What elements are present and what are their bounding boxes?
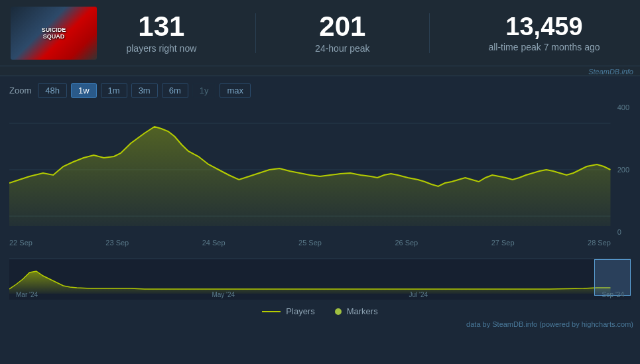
zoom-max-button[interactable]: max xyxy=(220,83,251,98)
x-label-26sep: 26 Sep xyxy=(395,239,418,247)
zoom-3m-button[interactable]: 3m xyxy=(131,83,158,98)
zoom-48h-button[interactable]: 48h xyxy=(38,83,67,98)
game-image-text: SUICIDESQUAD xyxy=(42,27,66,40)
zoom-6m-button[interactable]: 6m xyxy=(162,83,188,98)
zoom-controls: Zoom 48h 1w 1m 3m 6m 1y max xyxy=(9,83,631,98)
y-label-200: 200 xyxy=(617,166,629,174)
footer-attribution: data by SteamDB.info (powered by highcha… xyxy=(0,319,640,330)
legend-players: Players xyxy=(262,306,314,316)
legend-markers-label: Markers xyxy=(347,306,378,316)
x-label-23sep: 23 Sep xyxy=(105,239,129,247)
mini-chart-svg xyxy=(9,259,631,296)
legend-markers-dot xyxy=(335,308,342,315)
chart-section: Zoom 48h 1w 1m 3m 6m 1y max xyxy=(0,76,640,302)
mini-x-label-sep24: Sep '24 xyxy=(602,291,624,298)
x-axis-labels: 22 Sep 23 Sep 24 Sep 25 Sep 26 Sep 27 Se… xyxy=(9,236,631,247)
zoom-1y-button[interactable]: 1y xyxy=(192,83,216,98)
header-section: SUICIDESQUAD 131 players right now 201 2… xyxy=(0,0,640,66)
main-chart-svg xyxy=(9,103,631,236)
legend-markers: Markers xyxy=(335,306,378,316)
current-players-label: players right now xyxy=(126,43,196,54)
mini-x-axis-labels: Mar '24 May '24 Jul '24 Sep '24 xyxy=(9,291,631,298)
legend-players-label: Players xyxy=(286,306,314,316)
chart-legend: Players Markers xyxy=(0,302,640,319)
x-label-25sep: 25 Sep xyxy=(298,239,322,247)
steamdb-header-attribution: SteamDB.info xyxy=(0,66,640,76)
x-label-27sep: 27 Sep xyxy=(491,239,515,247)
x-label-22sep: 22 Sep xyxy=(9,239,32,247)
mini-chart-selection[interactable] xyxy=(594,259,631,296)
alltime-peak-label: all-time peak 7 months ago xyxy=(488,42,600,52)
current-players-block: 131 players right now xyxy=(126,13,196,54)
mini-chart-wrapper[interactable]: Mar '24 May '24 Jul '24 Sep '24 xyxy=(9,259,631,300)
alltime-peak-block: 13,459 all-time peak 7 months ago xyxy=(488,14,600,52)
zoom-label: Zoom xyxy=(9,86,31,95)
mini-x-label-may24: May '24 xyxy=(212,291,235,298)
stat-divider-1 xyxy=(255,13,256,53)
peak-24h-block: 201 24-hour peak xyxy=(315,13,370,54)
mini-x-label-jul24: Jul '24 xyxy=(409,291,428,298)
y-label-400: 400 xyxy=(617,103,629,111)
zoom-1w-button[interactable]: 1w xyxy=(71,83,97,98)
main-chart-wrapper: 400 200 0 22 Sep 23 Sep 24 Sep 25 Sep 26… xyxy=(9,103,631,256)
x-label-24sep: 24 Sep xyxy=(202,239,225,247)
peak-24h-number: 201 xyxy=(315,13,370,40)
current-players-number: 131 xyxy=(126,13,196,40)
alltime-peak-number: 13,459 xyxy=(488,14,600,39)
zoom-1m-button[interactable]: 1m xyxy=(101,83,127,98)
y-axis-labels: 400 200 0 xyxy=(616,103,631,236)
peak-24h-label: 24-hour peak xyxy=(315,43,370,54)
x-label-28sep: 28 Sep xyxy=(588,239,611,247)
mini-x-label-mar24: Mar '24 xyxy=(16,291,38,298)
stats-container: 131 players right now 201 24-hour peak 1… xyxy=(97,13,629,54)
y-label-0: 0 xyxy=(617,228,629,236)
legend-players-line xyxy=(262,311,281,312)
stat-divider-2 xyxy=(429,13,430,53)
game-image: SUICIDESQUAD xyxy=(11,7,97,60)
